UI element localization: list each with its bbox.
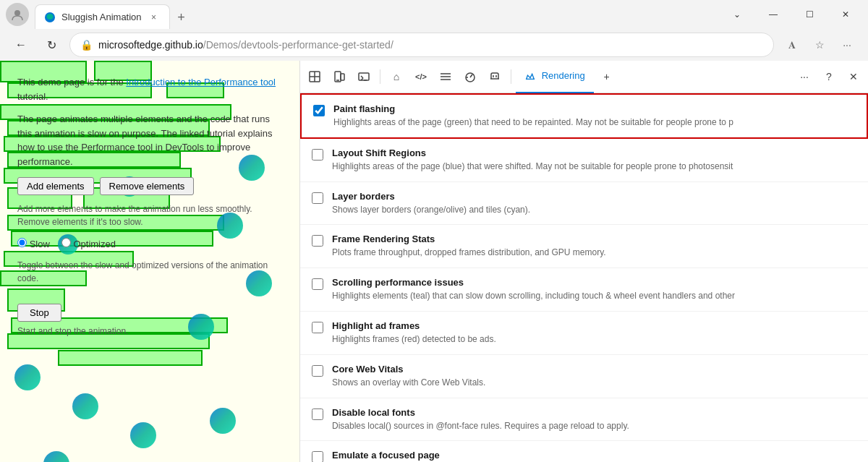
render-item-title: Paint flashing [333,103,855,114]
close-button[interactable]: ✕ [829,3,862,26]
checkbox-scrolling-perf[interactable] [312,278,323,290]
render-item-title: Layout Shift Regions [332,147,856,158]
toolbar-separator-2 [511,69,511,84]
devtools-more-button[interactable]: ··· [793,65,816,88]
browser-window: Sluggish Animation × + ⌄ — ☐ ✕ ← ↻ 🔒 mic… [0,0,868,462]
rendering-item-emulate-focused: Emulate a focused pageEmulates a focused… [300,441,868,462]
edge-logo-icon [14,364,41,390]
checkbox-paint-flashing[interactable] [313,105,325,116]
performance-tool[interactable] [459,65,482,88]
tab-rendering[interactable]: Rendering [516,61,594,93]
home-tool[interactable]: ⌂ [385,65,408,88]
new-tab-button[interactable]: + [170,6,193,29]
refresh-button[interactable]: ↻ [39,33,64,57]
render-item-title: Core Web Vitals [332,364,856,375]
render-item-desc: Highlights frames (red) detected to be a… [332,333,856,346]
render-item-title: Emulate a focused page [332,450,856,461]
webpage-content: This demo page is for the Introduction t… [17,75,282,338]
url-text: microsoftedge.github.io/Demos/devtools-p… [98,39,763,51]
rendering-panel: Paint flashingHighlights areas of the pa… [300,93,868,462]
favorites-button[interactable]: ☆ [807,33,832,57]
demo-buttons-row: Add elements Remove elements [17,177,282,195]
webpage-area: This demo page is for the Introduction t… [0,61,300,462]
rendering-item-layer-borders: Layer bordersShows layer borders (orange… [300,182,868,226]
device-emulation-tool[interactable] [328,65,351,88]
render-item-desc: Highlights areas of the page (blue) that… [332,161,856,173]
render-item-desc: Plots frame throughput, dropped frames d… [332,247,856,259]
optimized-radio-label[interactable]: Optimized [61,237,116,252]
slow-radio-label[interactable]: Slow [17,237,50,252]
add-elements-button[interactable]: Add elements [17,177,94,195]
svg-rect-8 [359,73,369,80]
render-item-desc: Highlights areas of the page (green) tha… [333,116,855,129]
main-content: This demo page is for the Introduction t… [0,61,868,462]
tab-title: Sluggish Animation [61,12,142,22]
render-item-desc: Disables local() sources in @font-face r… [332,420,856,432]
rendering-item-layout-shift: Layout Shift RegionsHighlights areas of … [300,139,868,182]
profile-button[interactable] [6,3,29,26]
intro-link[interactable]: Introduction to the Performance tool [126,77,276,87]
paint-flash-overlay [58,350,203,366]
rendering-item-paint-flashing: Paint flashingHighlights areas of the pa… [300,93,868,139]
render-item-title: Scrolling performance issues [332,277,856,288]
devtools-panel: ⌂ </> [300,61,868,462]
active-tab[interactable]: Sluggish Animation × [35,4,170,29]
edge-tab-icon [44,12,56,23]
edge-logo-icon [43,451,69,462]
checkbox-layer-borders[interactable] [312,192,323,204]
devtools-right-buttons: ··· ? ✕ [793,65,865,88]
checkbox-layout-shift[interactable] [312,149,323,161]
chevron-down-button[interactable]: ⌄ [720,3,754,26]
rendering-item-highlight-ads: Highlight ad framesHighlights frames (re… [300,312,868,355]
back-button[interactable]: ← [9,33,33,57]
checkbox-emulate-focused[interactable] [312,451,323,462]
maximize-button[interactable]: ☐ [793,3,826,26]
checkbox-core-web-vitals[interactable] [312,365,323,377]
url-bar[interactable]: 🔒 microsoftedge.github.io/Demos/devtools… [69,33,774,57]
minimize-button[interactable]: — [757,3,790,26]
add-panel-button[interactable]: + [595,65,618,88]
toolbar-separator [380,69,380,84]
checkbox-frame-rendering[interactable] [312,235,323,247]
remove-elements-button[interactable]: Remove elements [100,177,195,195]
slow-radio[interactable] [17,238,27,247]
tab-close-button[interactable]: × [148,11,161,24]
rendering-item-disable-local-fonts: Disable local fontsDisables local() sour… [300,398,868,442]
devtools-toolbar: ⌂ </> [300,61,868,93]
render-item-title: Highlight ad frames [332,320,856,331]
inspect-element-tool[interactable] [303,65,326,88]
svg-point-0 [14,10,20,16]
console-tool[interactable] [352,65,375,88]
source-tool[interactable]: </> [409,65,433,88]
tabs-area: Sluggish Animation × + [35,0,715,29]
render-item-desc: Shows an overlay with Core Web Vitals. [332,377,856,389]
devtools-help-button[interactable]: ? [817,65,841,88]
edge-logo-icon [210,408,236,434]
address-bar: ← ↻ 🔒 microsoftedge.github.io/Demos/devt… [0,29,868,61]
checkbox-highlight-ads[interactable] [312,322,323,333]
memory-tool[interactable] [483,65,506,88]
network-tool[interactable] [434,65,457,88]
edge-logo-icon [72,393,98,419]
read-aloud-button[interactable]: 𝐀 [780,33,804,57]
devtools-close-button[interactable]: ✕ [842,65,865,88]
radio-row: Slow Optimized [17,237,282,252]
rendering-item-frame-rendering: Frame Rendering StatsPlots frame through… [300,225,868,268]
render-item-desc: Highlights elements (teal) that can slow… [332,290,856,302]
rendering-item-core-web-vitals: Core Web VitalsShows an overlay with Cor… [300,355,868,398]
lock-icon: 🔒 [80,39,93,51]
svg-rect-6 [341,74,344,80]
window-controls: ⌄ — ☐ ✕ [720,3,862,26]
address-right-buttons: 𝐀 ☆ ··· [780,33,859,57]
render-item-title: Layer borders [332,191,856,202]
render-item-title: Disable local fonts [332,407,856,418]
render-item-title: Frame Rendering Stats [332,234,856,244]
stop-button[interactable]: Stop [17,304,61,322]
title-bar: Sluggish Animation × + ⌄ — ☐ ✕ [0,0,868,29]
checkbox-disable-local-fonts[interactable] [312,408,323,420]
optimized-radio[interactable] [61,238,71,247]
more-button[interactable]: ··· [835,33,859,57]
edge-logo-icon [130,422,156,448]
render-item-desc: Shows layer borders (orange/olive) and t… [332,204,856,216]
rendering-item-scrolling-perf: Scrolling performance issuesHighlights e… [300,268,868,312]
